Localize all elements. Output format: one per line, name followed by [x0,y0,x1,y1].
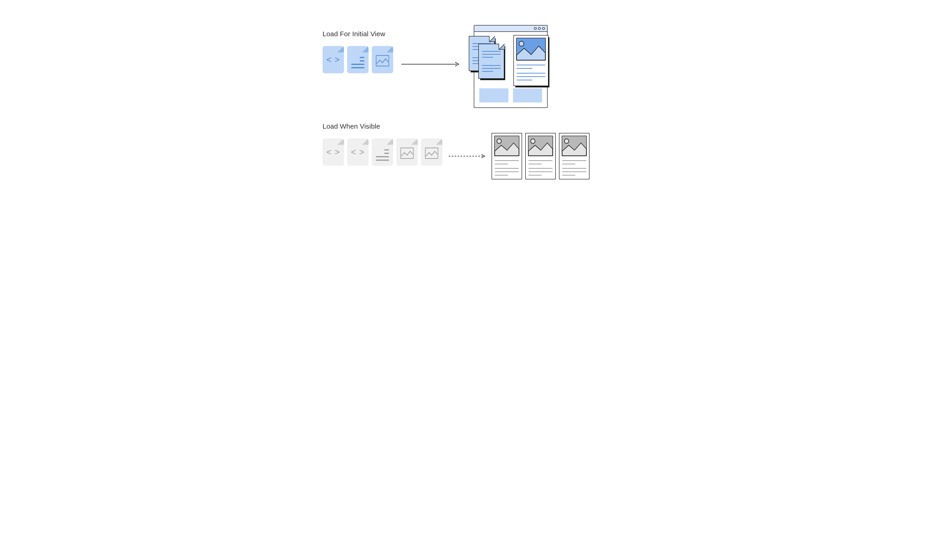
window-controls-icon [534,27,545,30]
image-file-icon [421,138,443,166]
image-file-icon [396,138,418,166]
image-glyph [376,54,389,68]
text-file-icon [372,138,393,166]
text-lines-glyph [351,57,364,68]
svg-point-7 [497,139,501,143]
heading-lazy-view: Load When Visible [322,123,380,130]
image-thumbnail-icon [494,136,519,156]
placeholder-block [513,88,542,102]
content-card-icon [492,133,522,179]
content-card-icon [525,133,556,179]
image-file-icon [372,46,393,73]
svg-marker-10 [529,143,553,156]
text-file-icon [347,46,369,73]
svg-marker-3 [517,46,545,60]
svg-marker-8 [495,143,519,156]
image-document-icon [514,35,549,86]
content-card-icon [559,133,589,179]
code-file-icon: <> [322,138,344,166]
svg-marker-12 [562,143,586,156]
placeholder-block [479,88,509,102]
image-thumbnail-icon [516,38,546,60]
svg-point-9 [531,139,535,143]
arrow-right-icon [401,62,461,68]
heading-initial-view: Load For Initial View [322,30,385,38]
browser-titlebar [474,26,547,32]
svg-point-11 [564,139,569,143]
svg-point-2 [519,41,524,46]
arrow-right-dashed-icon [449,154,487,160]
diagram-root: Load For Initial View <> [289,0,644,218]
code-file-icon: <> [347,138,369,166]
caption-lines [517,65,545,80]
code-glyph: <> [322,55,344,65]
code-file-icon: <> [322,46,344,73]
text-document-icon [478,44,504,79]
